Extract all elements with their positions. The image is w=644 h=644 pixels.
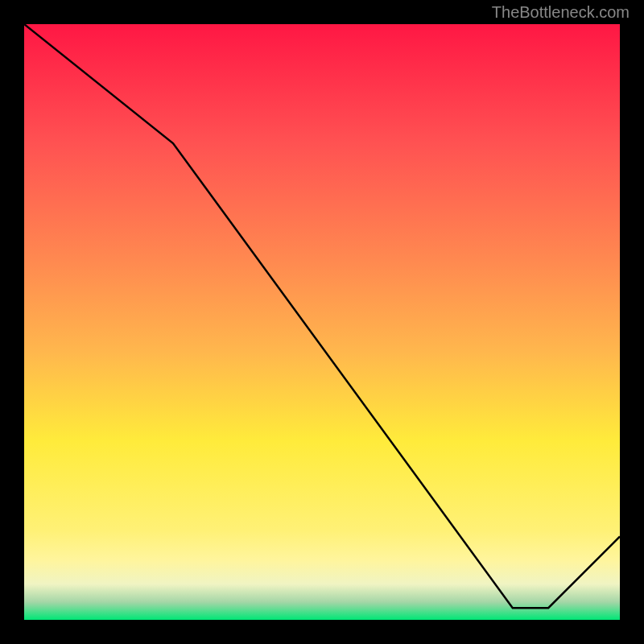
chart-container: TheBottleneck.com bbox=[0, 0, 644, 644]
watermark-text: TheBottleneck.com bbox=[492, 3, 630, 22]
plot-area bbox=[24, 24, 620, 620]
bottleneck-curve bbox=[24, 24, 620, 608]
data-line-layer bbox=[24, 24, 620, 620]
